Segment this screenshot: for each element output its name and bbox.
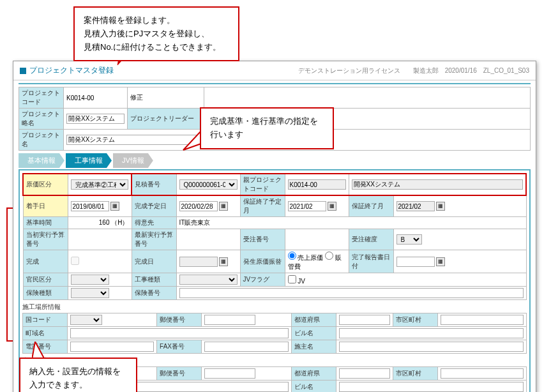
parent-name [352,179,524,190]
office-zip-input[interactable] [204,368,255,379]
site-city-input[interactable] [441,315,524,325]
site-country-select[interactable] [70,315,102,325]
tokui-label: 得意先 [132,217,176,229]
svg-marker-1 [183,131,201,150]
warranty-done-label: 保証終了月 [349,195,393,217]
parent-label: 親プロジェクトコード [240,174,285,195]
report-label: 完了報告書日付 [349,250,393,273]
done-checkbox [71,257,79,265]
calendar-icon: ▦ [436,202,445,211]
plan-end-label: 完成予定日 [132,195,176,217]
leader-label: プロジェクトリーダー [128,109,204,130]
done-label: 完成 [23,250,68,273]
tokui-value: IT販売東京 [176,217,526,229]
pj-short-input[interactable] [66,114,125,124]
site-section-title: 施工場所情報 [22,303,527,312]
mitsumori-label: 見積番号 [132,174,176,195]
done-date-label: 完成日 [132,250,176,273]
calendar-icon[interactable]: ▦ [328,202,336,211]
start-label: 着手日 [23,195,68,217]
site-bldg-input[interactable] [339,328,524,338]
svg-marker-2 [32,342,45,359]
office-pref-input[interactable] [339,368,390,379]
juchu-conf-label: 受注確度 [349,229,393,250]
calendar-icon: ▦ [219,257,228,266]
callout-top: 案件情報を登録します。 見積入力後にPJマスタを登録し、 見積No.に紐付けるこ… [73,6,239,61]
plan-end-date[interactable] [179,201,218,211]
site-owner-input[interactable] [339,342,524,352]
radio-uriage[interactable] [288,252,296,260]
ins-type-select[interactable] [71,288,109,298]
tab-basic[interactable]: 基本情報 [19,153,64,168]
site-zip-input[interactable] [204,315,255,325]
calendar-icon[interactable]: ▦ [436,257,445,266]
calendar-icon[interactable]: ▦ [110,202,119,211]
pj-short-label: プロジェクト略名 [19,109,64,130]
office-city-input[interactable] [441,368,524,379]
latest-budget-label: 最新実行予算番号 [132,229,176,250]
warranty-end-date[interactable] [288,201,326,211]
page-title: プロジェクトマスタ登録 [29,65,298,76]
callout-bottom: 納入先・設置先の情報を入力できます。 [19,358,137,392]
callout-mid: 完成基準・進行基準の指定を行います [200,107,334,149]
mode-value: 修正 [128,87,204,109]
jv-checkbox[interactable] [288,275,296,283]
tab-jv[interactable]: JV情報 [113,153,153,168]
kanmin-label: 官民区分 [23,273,68,287]
start-date[interactable] [71,201,109,211]
parent-code [288,179,346,190]
pj-name-label: プロジェクト名 [19,130,64,151]
genka-sub-label: 発生原価振替 [240,250,285,273]
genka-select[interactable]: 完成基準②工程 [71,179,129,190]
radio-hankan[interactable] [325,252,333,260]
kouji-type-select[interactable] [179,275,238,285]
init-budget-label: 当初実行予算番号 [23,229,68,250]
tabs: 基本情報 工事情報 JV情報 [19,153,531,168]
warranty-end-label: 保証終了予定月 [240,195,285,217]
genka-label: 原価区分 [23,174,68,195]
ins-no-label: 保険番号 [132,287,176,300]
pj-code-label: プロジェクトコード [19,87,64,109]
site-tel-input[interactable] [70,342,154,352]
pj-code-value: K0014-00 [64,87,128,109]
site-town-input[interactable] [70,328,289,338]
header-info: デモンストレーション用ライセンス 製造太郎 2020/01/16 ZL_CO_0… [298,66,529,75]
calendar-icon[interactable]: ▦ [219,202,228,211]
kouji-type-label: 工事種類 [132,273,176,287]
ins-no-input[interactable] [179,288,524,298]
report-date[interactable] [396,257,435,267]
site-form: 国コード 郵便番号 都道府県 市区町村 町域名 ビル名 電話番号 FAX番号 施… [22,313,527,354]
done-date [179,257,218,267]
juchu-conf-select[interactable]: B [396,234,422,245]
warranty-done-date [396,201,435,211]
kanmin-select[interactable] [71,275,109,285]
jvflag-label: JVフラグ [240,273,285,287]
base-time-value: 160 [99,219,110,226]
site-fax-input[interactable] [204,342,289,352]
site-pref-input[interactable] [339,315,390,325]
mitsumori-select[interactable]: Q000000061-00 [179,179,238,190]
juchu-no-label: 受注番号 [240,229,285,250]
title-icon [20,68,26,74]
office-bldg-input[interactable] [339,382,524,392]
ins-type-label: 保険種類 [23,287,68,300]
base-time-label: 基準時間 [23,217,68,229]
titlebar: プロジェクトマスタ登録 デモンストレーション用ライセンス 製造太郎 2020/0… [13,61,536,80]
tab-construction[interactable]: 工事情報 [66,153,112,168]
